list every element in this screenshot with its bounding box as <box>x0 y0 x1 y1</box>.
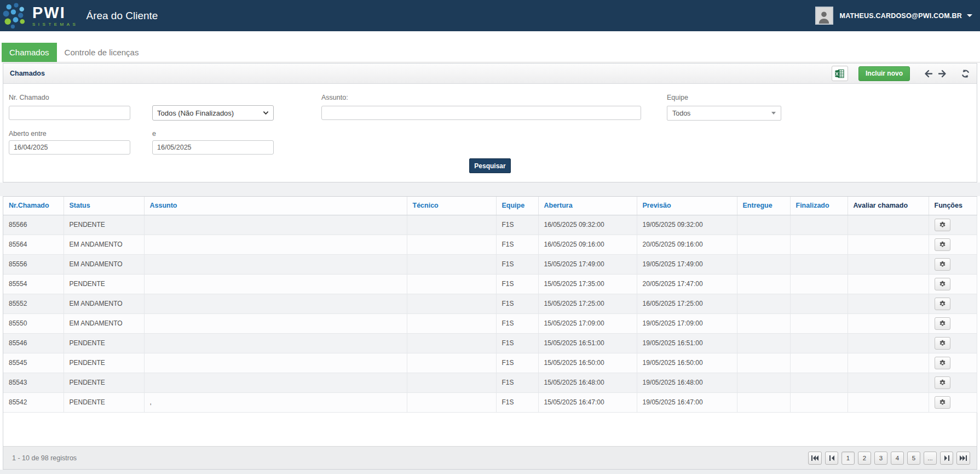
column-header[interactable]: Previsão <box>637 197 737 215</box>
aberto-ate-date-input[interactable] <box>152 140 274 155</box>
assunto-input[interactable] <box>321 106 641 120</box>
column-header[interactable]: Avaliar chamado <box>848 197 929 215</box>
page-number-button[interactable]: 5 <box>907 452 920 465</box>
cell-nr-chamado: 85542 <box>3 392 64 412</box>
table-footer: 1 - 10 de 98 registros <box>3 446 977 469</box>
row-actions-button[interactable] <box>935 258 950 271</box>
cell-status: PENDENTE <box>64 274 144 294</box>
first-page-button[interactable] <box>808 452 822 465</box>
user-email: MATHEUS.CARDOSO@PWI.COM.BR <box>840 12 962 20</box>
equipe-select[interactable]: Todos <box>667 106 781 121</box>
cell-funcoes <box>929 215 977 235</box>
cell-avaliar-chamado <box>848 235 929 254</box>
gear-icon <box>939 379 946 386</box>
forward-button[interactable] <box>938 70 947 78</box>
refresh-button[interactable] <box>961 69 970 78</box>
cell-finalizado <box>790 235 848 254</box>
cell-funcoes <box>929 294 977 313</box>
cell-assunto <box>144 294 407 313</box>
row-actions-button[interactable] <box>935 298 950 310</box>
cell-assunto <box>144 274 407 294</box>
equipe-select-value: Todos <box>672 110 690 117</box>
tab-controle-de-licencas[interactable]: Controle de licenças <box>57 43 147 62</box>
cell-abertura: 15/05/2025 17:49:00 <box>538 254 637 274</box>
cell-abertura: 16/05/2025 09:32:00 <box>538 215 637 235</box>
cell-finalizado <box>790 313 848 333</box>
cell-abertura: 15/05/2025 16:51:00 <box>538 333 637 353</box>
filters: Nr. Chamado Todos (Não Finalizados) Assu… <box>3 84 977 182</box>
last-page-button[interactable] <box>956 452 970 465</box>
column-header[interactable]: Nr.Chamado <box>3 197 64 215</box>
cell-entregue <box>737 274 790 294</box>
page-number-button[interactable]: 1 <box>841 452 855 465</box>
panel-toolbar: Chamados Incluir novo <box>3 64 977 84</box>
cell-status: PENDENTE <box>64 392 144 412</box>
back-button[interactable] <box>924 70 933 78</box>
cell-avaliar-chamado <box>848 294 929 313</box>
column-header[interactable]: Técnico <box>407 197 496 215</box>
row-actions-button[interactable] <box>935 376 950 389</box>
gear-icon <box>939 320 946 327</box>
cell-equipe: F1S <box>496 235 538 254</box>
cell-entregue <box>737 333 790 353</box>
table-row: 85566 PENDENTE F1S 16/05/2025 09:32:00 1… <box>3 215 977 235</box>
pesquisar-button[interactable]: Pesquisar <box>469 158 511 173</box>
column-header[interactable]: Equipe <box>496 197 538 215</box>
row-actions-button[interactable] <box>935 357 950 369</box>
cell-avaliar-chamado <box>848 392 929 412</box>
user-menu[interactable]: MATHEUS.CARDOSO@PWI.COM.BR <box>815 7 972 25</box>
nr-chamado-input[interactable] <box>9 106 130 120</box>
cell-nr-chamado: 85554 <box>3 274 64 294</box>
person-silhouette-icon <box>817 9 831 24</box>
gear-icon <box>939 281 946 288</box>
cell-previsao: 19/05/2025 16:48:00 <box>637 373 737 392</box>
cell-entregue <box>737 313 790 333</box>
aberto-entre-date-input[interactable] <box>9 140 130 155</box>
row-actions-button[interactable] <box>935 337 950 350</box>
cell-assunto <box>144 333 407 353</box>
column-header[interactable]: Funções <box>929 197 977 215</box>
row-actions-button[interactable] <box>935 278 950 290</box>
cell-equipe: F1S <box>496 274 538 294</box>
status-select[interactable]: Todos (Não Finalizados) <box>152 105 274 121</box>
column-header[interactable]: Finalizado <box>790 197 848 215</box>
column-header[interactable]: Assunto <box>144 197 407 215</box>
cell-avaliar-chamado <box>848 353 929 373</box>
cell-assunto <box>144 235 407 254</box>
gear-icon <box>939 300 946 307</box>
pagination: 12345... <box>808 452 970 465</box>
column-header[interactable]: Abertura <box>538 197 637 215</box>
row-actions-button[interactable] <box>935 396 950 409</box>
row-actions-button[interactable] <box>935 238 950 251</box>
cell-abertura: 15/05/2025 17:35:00 <box>538 274 637 294</box>
cell-equipe: F1S <box>496 373 538 392</box>
table-row: 85546 PENDENTE F1S 15/05/2025 16:51:00 1… <box>3 333 977 353</box>
incluir-novo-button[interactable]: Incluir novo <box>858 66 910 81</box>
row-actions-button[interactable] <box>935 317 950 330</box>
chamados-panel: Chamados Incluir novo <box>3 63 977 182</box>
cell-entregue <box>737 392 790 412</box>
column-header[interactable]: Entregue <box>737 197 790 215</box>
previous-page-button[interactable] <box>825 452 838 465</box>
page-number-button[interactable]: 2 <box>858 452 871 465</box>
tab-chamados[interactable]: Chamados <box>2 43 57 62</box>
cell-avaliar-chamado <box>848 313 929 333</box>
tab-bar: Chamados Controle de licenças <box>2 43 980 62</box>
next-page-button[interactable] <box>940 452 953 465</box>
cell-finalizado <box>790 333 848 353</box>
cell-previsao: 20/05/2025 17:47:00 <box>637 274 737 294</box>
cell-funcoes <box>929 274 977 294</box>
page-number-button[interactable]: ... <box>924 452 937 465</box>
cell-abertura: 16/05/2025 09:16:00 <box>538 235 637 254</box>
row-actions-button[interactable] <box>935 219 950 231</box>
cell-entregue <box>737 235 790 254</box>
first-page-icon <box>811 455 818 461</box>
aberto-entre-label: Aberto entre <box>9 130 47 138</box>
cell-finalizado <box>790 353 848 373</box>
page-number-button[interactable]: 4 <box>891 452 904 465</box>
cell-funcoes <box>929 254 977 274</box>
refresh-icon <box>961 69 970 78</box>
export-excel-button[interactable] <box>832 66 848 81</box>
column-header[interactable]: Status <box>64 197 144 215</box>
page-number-button[interactable]: 3 <box>874 452 887 465</box>
